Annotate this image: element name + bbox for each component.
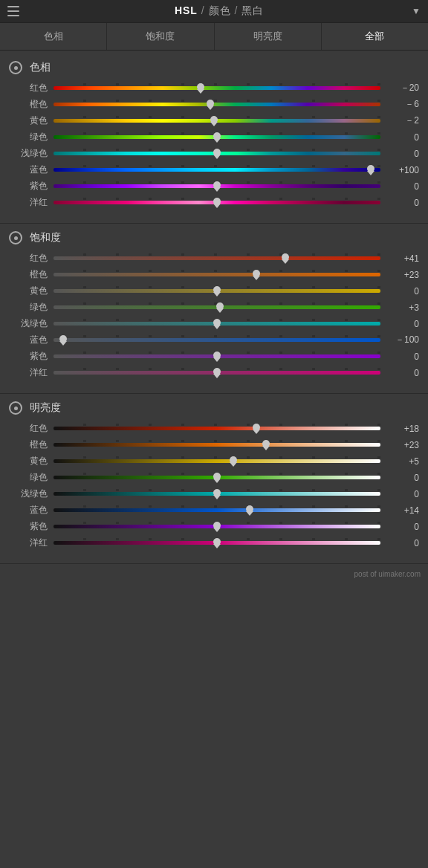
slider-track-luminance-6	[54, 525, 380, 528]
slider-label-luminance-7: 洋红	[9, 537, 48, 549]
slider-row-luminance-2: 黄色+5	[9, 455, 419, 467]
slider-value-saturation-4: 0	[385, 319, 419, 329]
slider-track-wrap-hue-4[interactable]	[54, 149, 380, 159]
slider-thumb-saturation-2[interactable]	[213, 286, 221, 297]
slider-track-wrap-luminance-6[interactable]	[54, 522, 380, 532]
slider-thumb-saturation-7[interactable]	[213, 368, 221, 378]
slider-value-luminance-1: +23	[385, 440, 419, 450]
hsl-label: HSL	[175, 4, 198, 16]
slider-track-wrap-luminance-7[interactable]	[54, 538, 380, 548]
slider-label-saturation-7: 洋红	[9, 366, 48, 379]
slider-label-luminance-6: 紫色	[9, 520, 48, 533]
tab-hue[interactable]: 色相	[0, 23, 107, 50]
slider-track-hue-2	[54, 119, 380, 123]
slider-track-wrap-hue-3[interactable]	[54, 132, 380, 143]
color-label: 颜色	[209, 4, 231, 16]
slider-thumb-saturation-0[interactable]	[281, 253, 290, 264]
slider-track-wrap-luminance-5[interactable]	[54, 505, 380, 516]
slider-track-wrap-saturation-2[interactable]	[54, 286, 380, 297]
section-icon-luminance[interactable]	[9, 401, 22, 415]
slider-track-wrap-hue-1[interactable]	[54, 100, 380, 110]
slider-thumb-saturation-6[interactable]	[213, 352, 221, 362]
slider-thumb-luminance-2[interactable]	[229, 456, 238, 467]
slider-thumb-hue-3[interactable]	[213, 132, 221, 143]
slider-row-hue-1: 橙色－6	[9, 98, 419, 111]
slider-value-hue-5: +100	[385, 165, 419, 175]
slider-track-luminance-4	[54, 492, 380, 496]
slider-track-wrap-hue-7[interactable]	[54, 198, 380, 208]
slider-thumb-hue-0[interactable]	[196, 83, 205, 94]
slider-row-saturation-0: 红色+41	[9, 252, 419, 265]
slider-value-hue-4: 0	[385, 149, 419, 159]
slider-value-hue-1: －6	[385, 98, 419, 111]
slider-thumb-luminance-1[interactable]	[262, 440, 270, 450]
slider-track-wrap-saturation-6[interactable]	[54, 352, 380, 362]
slider-label-hue-1: 橙色	[9, 98, 48, 111]
slider-track-wrap-luminance-3[interactable]	[54, 473, 380, 483]
slider-thumb-hue-5[interactable]	[366, 165, 375, 175]
section-icon-saturation[interactable]	[9, 231, 22, 244]
slider-track-wrap-hue-5[interactable]	[54, 165, 380, 175]
slider-row-luminance-6: 紫色0	[9, 520, 419, 533]
tab-all[interactable]: 全部	[322, 23, 428, 50]
slider-thumb-saturation-1[interactable]	[252, 270, 261, 280]
slider-track-hue-3	[54, 135, 380, 139]
slider-track-wrap-saturation-4[interactable]	[54, 319, 380, 329]
tab-saturation[interactable]: 饱和度	[107, 23, 214, 50]
dropdown-arrow[interactable]: ▼	[412, 6, 421, 16]
slider-thumb-luminance-4[interactable]	[213, 489, 221, 499]
slider-row-hue-3: 绿色0	[9, 131, 419, 143]
slider-row-hue-7: 洋红0	[9, 196, 419, 209]
slider-value-luminance-3: 0	[385, 473, 419, 483]
slider-thumb-hue-4[interactable]	[213, 149, 221, 159]
slider-thumb-hue-7[interactable]	[213, 198, 221, 208]
slider-track-wrap-saturation-0[interactable]	[54, 253, 380, 264]
menu-icon[interactable]	[7, 6, 19, 16]
slider-thumb-hue-1[interactable]	[206, 100, 215, 110]
slider-track-saturation-4	[54, 322, 380, 326]
slider-thumb-saturation-5[interactable]	[59, 335, 68, 346]
slider-track-hue-1	[54, 103, 380, 106]
slider-thumb-hue-2[interactable]	[210, 116, 218, 126]
section-title-luminance: 明亮度	[30, 401, 61, 415]
slider-label-saturation-0: 红色	[9, 252, 48, 265]
slider-track-wrap-luminance-1[interactable]	[54, 440, 380, 450]
slider-thumb-luminance-5[interactable]	[245, 505, 254, 516]
section-hue: 色相红色－20橙色－6黄色－2绿色0浅绿色0蓝色+100紫色0洋红0	[0, 54, 428, 224]
slider-thumb-luminance-6[interactable]	[213, 522, 221, 532]
slider-row-luminance-3: 绿色0	[9, 471, 419, 484]
sep2: /	[231, 4, 242, 16]
slider-track-wrap-luminance-0[interactable]	[54, 424, 380, 434]
slider-thumb-saturation-3[interactable]	[215, 302, 224, 313]
slider-label-hue-5: 蓝色	[9, 163, 48, 176]
slider-track-luminance-3	[54, 476, 380, 479]
slider-thumb-luminance-0[interactable]	[252, 424, 261, 434]
slider-value-saturation-2: 0	[385, 286, 419, 297]
tab-luminance[interactable]: 明亮度	[215, 23, 322, 50]
slider-thumb-hue-6[interactable]	[213, 181, 221, 192]
slider-track-wrap-luminance-4[interactable]	[54, 489, 380, 499]
slider-track-wrap-saturation-5[interactable]	[54, 335, 380, 346]
slider-track-wrap-hue-2[interactable]	[54, 116, 380, 126]
section-saturation: 饱和度红色+41橙色+23黄色0绿色+3浅绿色0蓝色－100紫色0洋红0	[0, 224, 428, 394]
slider-label-hue-6: 紫色	[9, 180, 48, 192]
slider-thumb-luminance-3[interactable]	[213, 473, 221, 483]
slider-label-saturation-3: 绿色	[9, 301, 48, 314]
slider-track-saturation-2	[54, 289, 380, 293]
bw-label: 黑白	[241, 4, 264, 16]
slider-track-wrap-saturation-7[interactable]	[54, 368, 380, 378]
slider-track-wrap-hue-6[interactable]	[54, 181, 380, 192]
slider-track-luminance-0	[54, 427, 380, 430]
slider-row-luminance-7: 洋红0	[9, 537, 419, 549]
slider-track-wrap-hue-0[interactable]	[54, 83, 380, 94]
slider-track-wrap-saturation-3[interactable]	[54, 302, 380, 313]
slider-track-wrap-luminance-2[interactable]	[54, 456, 380, 467]
slider-value-saturation-6: 0	[385, 352, 419, 362]
section-header-hue: 色相	[9, 61, 419, 74]
slider-thumb-saturation-4[interactable]	[213, 319, 221, 329]
slider-label-hue-7: 洋红	[9, 196, 48, 209]
section-icon-hue[interactable]	[9, 61, 22, 74]
slider-value-hue-6: 0	[385, 181, 419, 192]
slider-track-wrap-saturation-1[interactable]	[54, 270, 380, 280]
slider-thumb-luminance-7[interactable]	[213, 538, 221, 548]
